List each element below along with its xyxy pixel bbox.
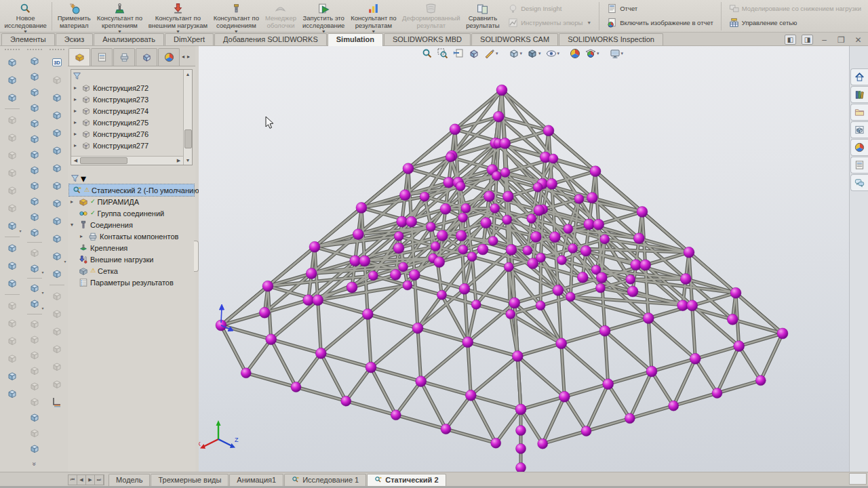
toolbar-tool-icon[interactable] [26,162,43,178]
ribbon-button-сравнить-результаты[interactable]: Сравнитьрезультаты [463,1,503,32]
filter-funnel-icon[interactable] [71,174,79,183]
toolbar-tool-icon[interactable] [3,385,21,403]
toolbar-tool-icon[interactable] [26,409,43,425]
zoom-fit-icon[interactable] [420,47,434,60]
study-tree-row-соединения[interactable]: ▾Соединения [69,219,194,230]
ribbon-button-новое-исследование[interactable]: Новоеисследование▼ [1,1,50,32]
expand-arrow-icon[interactable]: ▸ [74,85,79,91]
view-settings-icon[interactable]: ▾ [608,47,625,60]
design-library-icon[interactable] [850,86,868,103]
scroll-down-arrow[interactable]: ▼ [184,156,192,165]
ribbon-button-применить-материал[interactable]: Применитьматериал [54,1,94,32]
tab-добавления-solidworks[interactable]: Добавления SOLIDWORKS [214,33,327,45]
toolbar-tool-icon[interactable] [3,314,21,332]
toolbar-tool-icon[interactable] [48,230,66,247]
toolbar-tool-icon[interactable]: ▾ [26,260,43,276]
tab-solidworks-inspection[interactable]: SOLIDWORKS Inspection [559,33,663,45]
bottom-tab-трехмерные-виды[interactable]: Трехмерные виды [151,474,229,486]
toolbar-tool-icon[interactable] [3,257,21,274]
expand-arrow-icon[interactable]: ▾ [71,222,77,228]
bottom-tab-статический-2[interactable]: Статический 2 [367,474,446,486]
toolbar-tool-icon[interactable] [26,69,43,85]
toolbar-tool-icon[interactable] [48,195,66,212]
toolbar-tool-icon[interactable] [26,394,43,409]
display-style-icon[interactable]: ▾ [526,47,542,60]
toolbar-tool-icon[interactable] [26,425,43,441]
study-tree-row-внешние[interactable]: Внешние нагрузки [69,253,194,265]
configurationmanager-tab[interactable] [113,48,135,66]
toolbar-tool-icon[interactable]: 3D [48,54,66,71]
toolbar-tool-icon[interactable] [26,100,43,116]
toolbar-tool-icon[interactable] [48,106,66,124]
ribbon-button-консультант-по-результатам[interactable]: Консультант порезультатам▼ [348,1,399,32]
toolbar-tool-icon[interactable] [48,89,66,106]
toolbar-tool-icon[interactable] [48,393,66,411]
study-tree-row-сетка[interactable]: ⚠Сетка [69,265,194,277]
toolbar-tool-icon[interactable] [3,129,21,146]
scroll-left-arrow[interactable]: ◀ [71,158,80,163]
study-tree-row-статический[interactable]: ⚠Статический 2 (-По умолчанию- [69,184,194,196]
toolbar-tool-icon[interactable] [26,441,43,456]
toolbar-tool-icon[interactable] [48,265,66,283]
dropdown-caret-icon[interactable]: ▾ [41,290,43,295]
toolbar-drag-handle[interactable] [27,49,42,52]
toolbar-tool-icon[interactable] [48,323,66,340]
scroll-right-arrow[interactable]: ▶ [174,158,183,163]
minimize-button[interactable]: – [818,35,830,45]
annotation-views-icon[interactable]: ▾ [483,47,500,60]
sheet-nav-prev[interactable]: ◀ [77,475,86,485]
dropdown-caret-icon[interactable]: ▾ [538,51,541,56]
panel-tab-scroll-right[interactable]: ▸ [186,54,191,60]
expand-arrow-icon[interactable]: ▸ [74,142,79,148]
toolbar-tool-icon[interactable] [3,297,21,314]
toolbar-tool-icon[interactable]: ▾ [48,247,66,265]
expand-arrow-icon[interactable]: ▸ [74,96,79,102]
dropdown-caret-icon[interactable]: ▾ [19,228,21,233]
toolbar-tool-icon[interactable] [3,71,21,89]
toolbar-tool-icon[interactable] [48,340,66,358]
toolbar-tool-icon[interactable] [26,178,43,193]
scrollbar-thumb[interactable] [184,129,192,148]
feature-tree-row[interactable]: ▸Конструкция275 [71,117,192,128]
toolbar-tool-icon[interactable] [26,85,43,100]
toolbar-tool-icon[interactable] [48,177,66,195]
bottom-tab-анимация1[interactable]: Анимация1 [229,474,283,486]
restore-button[interactable]: ❐ [835,35,847,45]
toolbar-tool-icon[interactable] [3,274,21,292]
dropdown-caret-icon[interactable]: ▾ [64,259,66,264]
toolbar-tool-icon[interactable] [48,375,66,393]
dropdown-caret-icon[interactable]: ▾ [496,51,498,56]
view-palette-icon[interactable] [850,121,868,138]
toolbar-tool-icon[interactable] [3,89,21,106]
dropdown-caret-icon[interactable]: ▾ [621,51,624,56]
filter-funnel-icon[interactable] [73,72,81,81]
toolbar-drag-handle[interactable] [50,49,64,52]
hide-show-icon[interactable]: ▾ [545,47,561,60]
toolbar-tool-icon[interactable] [3,164,21,182]
dropdown-caret-icon[interactable]: ▾ [520,51,523,56]
home-icon[interactable] [850,68,868,85]
toolbar-tool-icon[interactable]: » [26,455,42,473]
toolbar-tool-icon[interactable]: ▾ [3,217,21,235]
feature-tree-row[interactable]: ▸Конструкция277 [71,140,192,151]
toolbar-tool-icon[interactable]: ▾ [26,296,43,312]
toolbar-tool-icon[interactable] [26,245,43,260]
ribbon-button-консультант-по-внешним-нагрузкам[interactable]: Консультант повнешним нагрузкам▼ [145,1,210,32]
toolbar-tool-icon[interactable] [3,199,21,217]
toolbar-tool-icon[interactable] [26,224,43,240]
toolbar-tool-icon[interactable] [26,131,43,147]
tab-simulation[interactable]: Simulation [328,33,383,46]
view-orientation-icon[interactable]: ▾ [507,47,524,60]
tab-эскиз[interactable]: Эскиз [56,33,93,45]
toolbar-tool-icon[interactable] [26,363,43,379]
featuremanager-tree-tab[interactable] [68,48,90,66]
toolbar-drag-handle[interactable] [5,49,20,52]
toolbar-tool-icon[interactable] [3,182,21,199]
toolbar-tool-icon[interactable] [3,239,21,257]
ribbon-small-button[interactable]: Управление сетью [726,16,864,29]
dropdown-caret-icon[interactable]: ▾ [81,172,86,185]
close-button[interactable]: ✕ [852,35,864,45]
apply-scene-icon[interactable]: ▾ [584,47,601,60]
toolbar-tool-icon[interactable] [48,124,66,142]
toolbar-tool-icon[interactable] [3,54,21,71]
